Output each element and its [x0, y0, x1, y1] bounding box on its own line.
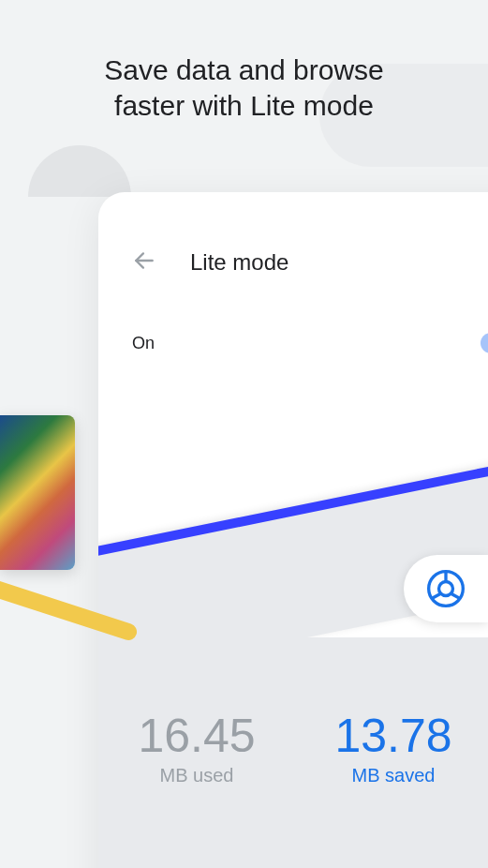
toggle-label: On [132, 334, 155, 353]
lite-mode-toggle[interactable] [481, 333, 488, 353]
cloud-decoration [28, 145, 131, 197]
used-label: MB used [138, 765, 255, 786]
back-arrow-icon[interactable] [132, 248, 156, 277]
card-header: Lite mode [98, 192, 488, 277]
art-thumbnail [0, 415, 75, 570]
card-title: Lite mode [190, 249, 288, 276]
chrome-icon [427, 570, 465, 607]
used-value: 16.45 [138, 712, 255, 759]
svg-line-4 [433, 593, 441, 598]
stat-saved: 13.78 MB saved [334, 712, 451, 786]
saved-label: MB saved [334, 765, 451, 786]
headline-text: faster with Lite mode [114, 90, 374, 121]
stat-used: 16.45 MB used [138, 712, 255, 786]
saved-value: 13.78 [334, 712, 451, 759]
lite-mode-toggle-row: On [98, 277, 488, 391]
page-headline: Save data and browse faster with Lite mo… [0, 52, 488, 123]
data-stats: 16.45 MB used 13.78 MB saved [98, 712, 488, 786]
chrome-button[interactable] [404, 555, 488, 622]
svg-line-5 [451, 593, 459, 598]
headline-text: Save data and browse [104, 54, 384, 85]
